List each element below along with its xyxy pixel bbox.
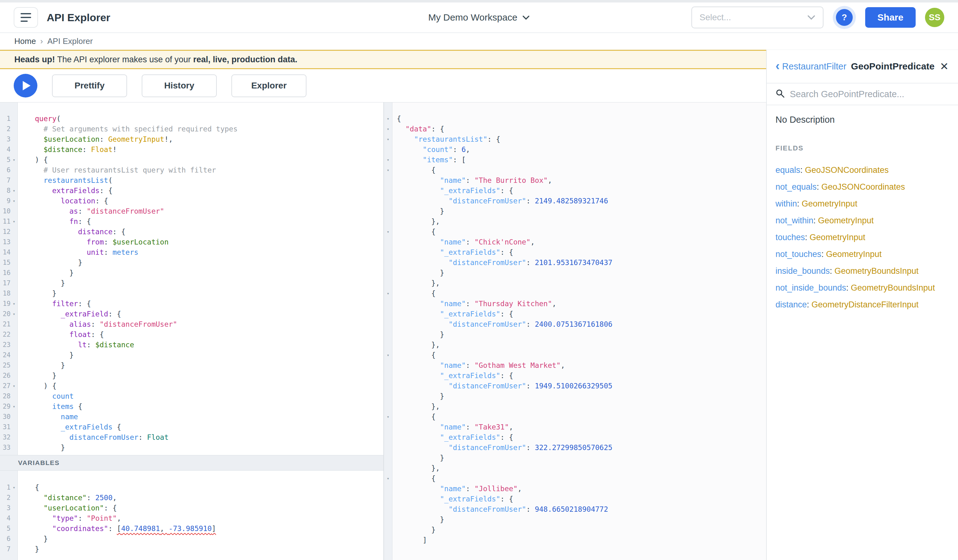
line-number: 18 — [0, 289, 11, 299]
doc-back-link[interactable]: ‹ RestaurantFilter — [776, 61, 847, 71]
code-token: : — [100, 135, 108, 143]
history-button[interactable]: History — [142, 75, 217, 97]
code-token: _extraFields — [35, 423, 113, 431]
variables-bar[interactable]: VARIABLES — [0, 455, 383, 471]
fold-arrow-icon[interactable]: ▾ — [384, 165, 392, 175]
prettify-button[interactable]: Prettify — [52, 75, 127, 97]
code-token: "distance" — [35, 494, 87, 502]
code-token: as — [35, 207, 78, 215]
doc-field-name-link[interactable]: inside_bounds — [776, 266, 830, 276]
doc-field-name-link[interactable]: not_touches — [776, 249, 821, 259]
doc-field-name-link[interactable]: not_inside_bounds — [776, 283, 846, 293]
code-line: "name": "The Burrito Box", — [384, 175, 766, 186]
code-token: 2500 — [95, 494, 113, 502]
fold-gutter — [384, 484, 392, 494]
code-token: { — [74, 402, 82, 411]
doc-field-type-link[interactable]: GeoJSONCoordinates — [805, 165, 889, 175]
banner-text: The API explorer makes use of your — [55, 55, 194, 64]
code-token: 2101.9531673470437 — [535, 259, 612, 267]
code-token: "Chick'nCone" — [474, 238, 530, 246]
code-line: 26 } — [0, 371, 383, 381]
fold-arrow-icon[interactable]: ▾ — [384, 155, 392, 165]
code-token: : — [138, 433, 147, 441]
close-icon[interactable]: ✕ — [939, 60, 949, 73]
doc-field-type-link[interactable]: GeometryInput — [818, 216, 874, 225]
fold-gutter — [11, 340, 17, 350]
fold-gutter — [11, 114, 17, 124]
code-token: lt — [35, 341, 87, 349]
fold-arrow-icon[interactable]: ▾ — [11, 186, 17, 196]
explorer-button[interactable]: Explorer — [232, 75, 306, 97]
code-token: : { — [104, 504, 117, 512]
doc-field-name-link[interactable]: not_within — [776, 216, 814, 225]
line-number: 28 — [0, 391, 11, 401]
share-button[interactable]: Share — [865, 7, 916, 28]
doc-field-type-link[interactable]: GeometryInput — [810, 233, 866, 242]
doc-field-row: within: GeometryInput — [776, 195, 949, 212]
code-token: } — [35, 351, 74, 359]
doc-field-type-link[interactable]: GeometryDistanceFilterInput — [812, 300, 919, 309]
doc-field-type-link[interactable]: GeometryInput — [826, 249, 882, 259]
code-token: 2149.482589321746 — [535, 197, 608, 205]
fold-arrow-icon[interactable]: ▾ — [11, 216, 17, 227]
header-select-dropdown[interactable]: Select... — [692, 6, 823, 29]
breadcrumb-home[interactable]: Home — [14, 36, 36, 46]
fold-arrow-icon[interactable]: ▾ — [11, 482, 17, 493]
code-token: : { — [113, 228, 125, 236]
code-token: count — [35, 392, 74, 400]
code-token: "restaurantsList" — [397, 135, 487, 143]
fold-arrow-icon[interactable]: ▾ — [384, 134, 392, 144]
fold-arrow-icon[interactable]: ▾ — [384, 412, 392, 422]
doc-field-name-link[interactable]: within — [776, 199, 797, 209]
doc-back-label: RestaurantFilter — [782, 61, 846, 71]
doc-field-type-link[interactable]: GeometryInput — [802, 199, 857, 209]
fold-arrow-icon[interactable]: ▾ — [384, 114, 392, 124]
avatar[interactable]: SS — [925, 8, 944, 27]
doc-search-input[interactable] — [790, 89, 949, 99]
doc-field-type-link[interactable]: GeoJSONCoordinates — [821, 182, 905, 192]
code-line: 31 _extraFields { — [0, 422, 383, 432]
code-token: "distanceFromUser" — [397, 505, 526, 513]
doc-field-type-link[interactable]: GeometryBoundsInput — [851, 283, 935, 293]
code-token: : { — [487, 135, 501, 143]
execute-query-button[interactable] — [14, 74, 37, 97]
fold-gutter — [384, 186, 392, 196]
code-line: "distanceFromUser": 2149.482589321746 — [384, 196, 766, 206]
variables-editor[interactable]: 1▾{2 "distance": 2500,3 "userLocation": … — [0, 471, 383, 560]
fold-arrow-icon[interactable]: ▾ — [384, 289, 392, 299]
help-button[interactable]: ? — [836, 9, 853, 26]
workspace-selector[interactable]: My Demo Workspace — [428, 12, 530, 23]
doc-field-name-link[interactable]: touches — [776, 233, 805, 242]
graphql-query-editor[interactable]: 1query(2 # Set arguments with specified … — [0, 103, 383, 455]
fold-arrow-icon[interactable]: ▾ — [384, 227, 392, 237]
fold-gutter — [384, 401, 392, 412]
fold-gutter — [11, 524, 17, 534]
fold-arrow-icon[interactable]: ▾ — [384, 124, 392, 134]
code-line: 5 "coordinates": [40.748981, -73.985910] — [0, 524, 383, 534]
code-token: : { — [500, 495, 513, 503]
fold-gutter — [11, 165, 17, 175]
code-line: }, — [384, 401, 766, 412]
fold-arrow-icon[interactable]: ▾ — [11, 299, 17, 309]
fold-arrow-icon[interactable]: ▾ — [11, 196, 17, 206]
fold-arrow-icon[interactable]: ▾ — [384, 473, 392, 484]
line-number: 29 — [0, 401, 11, 412]
doc-field-name-link[interactable]: not_equals — [776, 182, 817, 192]
line-number: 27 — [0, 381, 11, 391]
fold-arrow-icon[interactable]: ▾ — [11, 401, 17, 412]
doc-field-name-link[interactable]: equals — [776, 165, 800, 175]
doc-field-type-link[interactable]: GeometryBoundsInput — [834, 266, 918, 276]
fold-arrow-icon[interactable]: ▾ — [11, 381, 17, 391]
code-token: : — [82, 146, 91, 154]
fold-arrow-icon[interactable]: ▾ — [11, 155, 17, 165]
query-pane: 1query(2 # Set arguments with specified … — [0, 103, 384, 560]
line-number: 11 — [0, 216, 11, 227]
chevron-left-icon: ‹ — [776, 63, 780, 69]
line-number: 25 — [0, 360, 11, 371]
fold-arrow-icon[interactable]: ▾ — [384, 350, 392, 360]
doc-field-name-link[interactable]: distance — [776, 300, 807, 309]
fold-arrow-icon[interactable]: ▾ — [11, 309, 17, 319]
code-token: : — [78, 514, 87, 522]
app-header: API Explorer My Demo Workspace Select...… — [0, 3, 958, 33]
hamburger-menu-button[interactable] — [14, 7, 38, 28]
